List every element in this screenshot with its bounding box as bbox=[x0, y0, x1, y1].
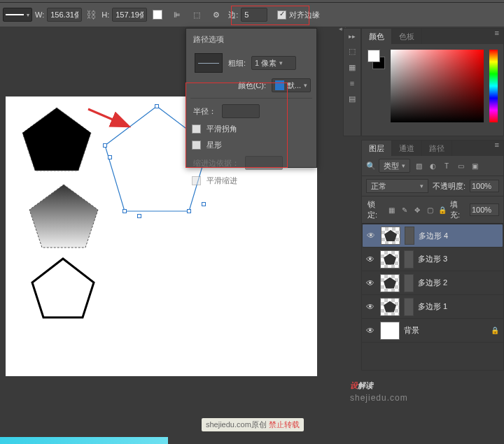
svg-marker-1 bbox=[29, 185, 98, 248]
layer-name[interactable]: 多边形 3 bbox=[418, 254, 447, 264]
visibility-icon[interactable]: 👁 bbox=[366, 255, 376, 264]
width-label: W: bbox=[35, 10, 44, 19]
stroke-preview[interactable] bbox=[195, 53, 223, 73]
color-label: 颜色(C): bbox=[238, 80, 266, 91]
radius-input[interactable] bbox=[222, 104, 260, 118]
smooth-corners-label: 平滑拐角 bbox=[206, 124, 237, 134]
sides-input[interactable] bbox=[241, 8, 267, 22]
align-icon[interactable]: ⊫ bbox=[168, 6, 186, 24]
panel-menu-icon[interactable]: ≡ bbox=[491, 29, 503, 44]
layer-name[interactable]: 多边形 2 bbox=[418, 278, 447, 288]
attribution-tag: shejiedu.com原创 禁止转载 bbox=[202, 418, 304, 431]
align-edges-checkbox[interactable] bbox=[277, 10, 286, 20]
watermark: 设解读 shejiedu.com bbox=[350, 371, 408, 403]
panel-menu-icon[interactable]: ≡ bbox=[491, 141, 503, 156]
bounding-handle[interactable] bbox=[108, 155, 112, 159]
lock-position-icon[interactable]: ✥ bbox=[412, 204, 422, 215]
taskbar-highlight bbox=[0, 437, 168, 444]
tab-paths[interactable]: 路径 bbox=[422, 141, 452, 156]
tab-color[interactable]: 颜色 bbox=[362, 29, 392, 44]
layer-row[interactable]: 👁 多边形 3 bbox=[362, 248, 503, 271]
filter-shape-icon[interactable]: ▭ bbox=[455, 160, 466, 171]
layer-list: 👁 多边形 4 👁 多边形 3 👁 多边形 2 👁 bbox=[362, 224, 503, 370]
sides-label: 边: bbox=[228, 10, 238, 20]
opacity-input[interactable] bbox=[470, 180, 499, 192]
gear-icon[interactable]: ⚙ bbox=[207, 6, 225, 24]
layer-row[interactable]: 👁 背景 🔒 bbox=[362, 319, 503, 343]
bounding-handle[interactable] bbox=[137, 214, 141, 218]
visibility-icon[interactable]: 👁 bbox=[366, 278, 376, 288]
height-label: H: bbox=[102, 10, 109, 19]
tab-layers[interactable]: 图层 bbox=[362, 141, 392, 156]
lock-icon: 🔒 bbox=[491, 327, 499, 334]
svg-marker-0 bbox=[22, 108, 91, 171]
layer-row[interactable]: 👁 多边形 2 bbox=[362, 271, 503, 295]
filter-smart-icon[interactable]: ▣ bbox=[469, 160, 480, 171]
shape-pentagon-stroke bbox=[28, 256, 98, 322]
panel-icon[interactable]: ▦ bbox=[349, 63, 356, 72]
anchor-point[interactable] bbox=[155, 104, 159, 108]
filter-adjust-icon[interactable]: ◐ bbox=[427, 160, 438, 171]
filter-type-dropdown[interactable]: 类型▾ bbox=[379, 159, 410, 173]
popup-title: 路径选项 bbox=[186, 29, 316, 50]
layer-thumbnail[interactable] bbox=[380, 250, 400, 268]
layer-name[interactable]: 多边形 4 bbox=[419, 231, 448, 241]
indent-label: 缩进边依据： bbox=[193, 158, 239, 169]
bounding-handle[interactable] bbox=[202, 202, 206, 206]
path-options-popup: 路径选项 粗细: 1 像素▾ 颜色(C): 默...▾ 半径： 平滑拐角 星形 … bbox=[186, 28, 317, 168]
layer-row[interactable]: 👁 多边形 1 bbox=[362, 295, 503, 319]
filter-image-icon[interactable]: ▧ bbox=[413, 160, 424, 171]
lock-all-icon[interactable]: 🔒 bbox=[438, 204, 447, 215]
vector-mask-thumbnail[interactable] bbox=[404, 274, 414, 292]
layer-thumbnail[interactable] bbox=[381, 227, 400, 245]
vector-mask-thumbnail[interactable] bbox=[404, 298, 414, 316]
hue-slider[interactable] bbox=[489, 50, 498, 122]
fill-label: 填充: bbox=[450, 199, 465, 220]
link-chain-icon[interactable]: ⛓ bbox=[86, 9, 96, 20]
tab-swatches[interactable]: 色板 bbox=[392, 29, 422, 44]
anchor-point[interactable] bbox=[103, 143, 107, 148]
panel-icon[interactable]: ⬚ bbox=[349, 47, 356, 56]
fill-swatch[interactable] bbox=[148, 6, 167, 24]
visibility-icon[interactable]: 👁 bbox=[366, 302, 376, 312]
foreground-background-swatches[interactable] bbox=[368, 50, 385, 69]
fill-input[interactable] bbox=[470, 203, 499, 216]
visibility-icon[interactable]: 👁 bbox=[366, 326, 376, 336]
annotation-arrow bbox=[85, 105, 134, 133]
panel-icon[interactable]: ▤ bbox=[349, 94, 356, 103]
color-dropdown[interactable]: 默...▾ bbox=[272, 78, 311, 92]
layer-thumbnail[interactable] bbox=[380, 298, 400, 316]
tab-channels[interactable]: 通道 bbox=[392, 141, 422, 156]
layer-row[interactable]: 👁 多边形 4 bbox=[362, 224, 503, 248]
visibility-icon[interactable]: 👁 bbox=[367, 231, 377, 241]
width-input[interactable] bbox=[47, 8, 82, 22]
smooth-corners-checkbox[interactable] bbox=[192, 124, 201, 134]
star-checkbox[interactable] bbox=[192, 141, 201, 150]
anchor-point[interactable] bbox=[187, 209, 191, 213]
align-edges-label: 对齐边缘 bbox=[289, 10, 320, 20]
stroke-style-dropdown[interactable]: ▾ bbox=[3, 8, 32, 22]
filter-text-icon[interactable]: T bbox=[441, 160, 452, 171]
blend-mode-dropdown[interactable]: 正常▾ bbox=[366, 179, 428, 193]
arrange-icon[interactable]: ⬚ bbox=[188, 6, 206, 24]
anchor-point[interactable] bbox=[122, 209, 127, 213]
color-spectrum[interactable] bbox=[391, 50, 484, 122]
height-input[interactable] bbox=[112, 8, 147, 22]
expand-icon[interactable]: ▸▸ bbox=[349, 33, 356, 40]
layer-name[interactable]: 多边形 1 bbox=[418, 301, 447, 312]
color-panel: 颜色 色板 ≡ bbox=[361, 28, 504, 136]
vector-mask-thumbnail[interactable] bbox=[405, 227, 414, 245]
layer-name[interactable]: 背景 bbox=[404, 325, 419, 336]
lock-transparency-icon[interactable]: ▦ bbox=[387, 204, 397, 215]
thickness-dropdown[interactable]: 1 像素▾ bbox=[251, 56, 296, 70]
panel-icon[interactable]: ≡ bbox=[350, 79, 354, 87]
svg-line-5 bbox=[88, 109, 127, 126]
collapsed-panel-dock[interactable]: ▸▸ ⬚ ▦ ≡ ▤ bbox=[343, 28, 361, 136]
vector-mask-thumbnail[interactable] bbox=[404, 250, 414, 268]
options-bar: ▾ W: ⛓ H: ⊫ ⬚ ⚙ 边: 对齐边缘 bbox=[0, 3, 504, 27]
lock-artboard-icon[interactable]: ▢ bbox=[425, 204, 435, 215]
layer-thumbnail[interactable] bbox=[380, 322, 400, 340]
indent-input bbox=[245, 156, 283, 170]
layer-thumbnail[interactable] bbox=[380, 274, 400, 292]
lock-paint-icon[interactable]: ✎ bbox=[400, 204, 410, 215]
